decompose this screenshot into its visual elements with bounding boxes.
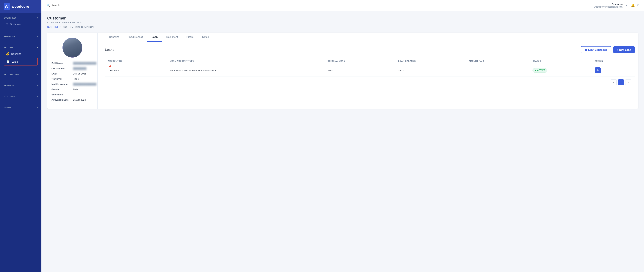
page-1-button[interactable]: 1 bbox=[618, 79, 624, 85]
user-name: Opemipo bbox=[594, 3, 622, 6]
sidebar-section-header-business[interactable]: BUSINESS › bbox=[4, 34, 38, 39]
search-icon: 🔍 bbox=[46, 4, 50, 7]
loans-title: Loans bbox=[105, 48, 114, 52]
main-area: 🔍 Opemipo Opemipo@woodcoreapp.com ▾ 🔔 ⎋ … bbox=[42, 0, 644, 272]
gender-label: Gender: bbox=[52, 88, 73, 91]
info-row-gender: Gender: Male bbox=[52, 88, 93, 91]
cif-label: CIF Number: bbox=[52, 67, 73, 70]
breadcrumb: CUSTOMER / CUSTOMER INFORMATION bbox=[47, 26, 638, 28]
loans-table-body: 000000364 WORKING CAPITAL FINANCE – MONT… bbox=[105, 64, 635, 76]
col-loan-balance: LOAN BALANCE bbox=[395, 58, 466, 64]
tier-label: Tier level: bbox=[52, 78, 73, 80]
tab-notes[interactable]: Notes bbox=[198, 33, 213, 42]
status-dot-icon bbox=[535, 70, 536, 71]
dob-label: DOB: bbox=[52, 72, 73, 75]
user-email: Opemipo@woodcoreapp.com bbox=[594, 6, 622, 8]
tab-document[interactable]: Document bbox=[162, 33, 182, 42]
page-title: Customer bbox=[47, 16, 638, 21]
sidebar: W woodcore OVERVIEW ▾ ⊞ Dashboard BUSINE… bbox=[0, 0, 42, 272]
prev-page-button[interactable]: ‹ bbox=[611, 79, 617, 85]
status-text: ACTIVE bbox=[537, 69, 545, 72]
tier-value: Tier 3 bbox=[73, 78, 93, 80]
business-chevron-icon: › bbox=[37, 35, 38, 38]
topbar: 🔍 Opemipo Opemipo@woodcoreapp.com ▾ 🔔 ⎋ bbox=[42, 0, 644, 11]
avatar-container bbox=[52, 38, 93, 58]
sidebar-section-header-accounting[interactable]: ACCOUNTING › bbox=[4, 72, 38, 77]
logo-text: woodcore bbox=[12, 5, 29, 9]
col-original-loan: ORIGINAL LOAN bbox=[324, 58, 395, 64]
logo-icon: W bbox=[4, 3, 10, 10]
external-id-label: External Id: bbox=[52, 93, 73, 96]
sidebar-item-deposits[interactable]: 💰 Deposits bbox=[4, 50, 38, 57]
cell-action: 👁 bbox=[592, 64, 635, 76]
divider-1 bbox=[4, 30, 38, 30]
col-action: ACTION bbox=[592, 58, 635, 64]
user-menu-chevron-icon[interactable]: ▾ bbox=[626, 4, 627, 7]
activation-value: 25 Apr 2024 bbox=[73, 98, 93, 101]
view-loan-button[interactable]: 👁 bbox=[595, 67, 601, 73]
loans-header: Loans ◼ Loan Calculator + New Loan bbox=[105, 46, 635, 53]
loans-table-wrapper: ACCOUNT NO LOAN ACCOUNT TYPE ORIGINAL LO… bbox=[105, 58, 635, 76]
col-amount-paid: AMOUNT PAID bbox=[466, 58, 530, 64]
logout-icon[interactable]: ⎋ bbox=[637, 4, 639, 7]
tab-deposits[interactable]: Deposits bbox=[105, 33, 123, 42]
sidebar-section-header-reports[interactable]: REPORTS › bbox=[4, 83, 38, 88]
next-page-button[interactable]: › bbox=[625, 79, 631, 85]
cell-loan-balance: 3,675 bbox=[395, 64, 466, 76]
loans-table-header-row: ACCOUNT NO LOAN ACCOUNT TYPE ORIGINAL LO… bbox=[105, 58, 635, 64]
divider-5 bbox=[4, 90, 38, 90]
info-row-fullname: Full Name: ██████████████ bbox=[52, 62, 93, 65]
tab-profile[interactable]: Profile bbox=[182, 33, 198, 42]
account-label: ACCOUNT bbox=[4, 47, 15, 49]
info-row-activation: Activation Date: 25 Apr 2024 bbox=[52, 98, 93, 101]
topbar-right: Opemipo Opemipo@woodcoreapp.com ▾ 🔔 ⎋ bbox=[594, 3, 639, 8]
eye-icon: 👁 bbox=[596, 69, 599, 72]
sidebar-section-header-utilities[interactable]: UTILITIES › bbox=[4, 94, 38, 99]
tab-fixed-deposit[interactable]: Fixed Deposit bbox=[123, 33, 147, 42]
sidebar-section-accounting: ACCOUNTING › bbox=[0, 70, 42, 78]
loan-calculator-label: Loan Calculator bbox=[588, 48, 607, 51]
customer-left-panel: Full Name: ██████████████ CIF Number: ██… bbox=[47, 33, 98, 109]
cell-original-loan: 3,000 bbox=[324, 64, 395, 76]
breadcrumb-customer-link[interactable]: CUSTOMER bbox=[47, 26, 60, 28]
deposits-label: Deposits bbox=[11, 53, 21, 55]
loans-section: Loans ◼ Loan Calculator + New Loan bbox=[101, 42, 638, 92]
tab-loan[interactable]: Loan bbox=[147, 33, 162, 42]
accounting-label: ACCOUNTING bbox=[4, 73, 19, 76]
sidebar-section-account: ACCOUNT ▾ 💰 Deposits 📋 Loans bbox=[0, 43, 42, 67]
search-input[interactable] bbox=[52, 4, 88, 7]
dashboard-icon: ⊞ bbox=[6, 22, 8, 26]
topbar-icons: 🔔 ⎋ bbox=[631, 4, 639, 8]
divider-2 bbox=[4, 41, 38, 41]
sidebar-item-loans[interactable]: 📋 Loans bbox=[4, 58, 38, 65]
account-chevron-icon: ▾ bbox=[37, 46, 38, 49]
divider-6 bbox=[4, 101, 38, 101]
overview-label: OVERVIEW bbox=[4, 17, 16, 19]
loan-calculator-button[interactable]: ◼ Loan Calculator bbox=[581, 46, 611, 53]
info-row-dob: DOB: 26 Feb 1986 bbox=[52, 72, 93, 75]
sidebar-section-business: BUSINESS › bbox=[0, 32, 42, 40]
svg-text:W: W bbox=[5, 4, 8, 9]
loans-label: Loans bbox=[12, 60, 18, 63]
page-content: Customer CUSTOMER OVERALL DETAILS CUSTOM… bbox=[42, 11, 644, 272]
col-status: STATUS bbox=[530, 58, 592, 64]
sidebar-section-header-users[interactable]: USERS › bbox=[4, 105, 38, 110]
new-loan-button[interactable]: + New Loan bbox=[614, 46, 635, 53]
info-row-external-id: External Id: bbox=[52, 93, 93, 96]
page-subtitle: CUSTOMER OVERALL DETAILS bbox=[47, 21, 638, 24]
reports-chevron-icon: › bbox=[37, 84, 38, 87]
col-account-no: ACCOUNT NO bbox=[105, 58, 167, 64]
sidebar-section-header-account[interactable]: ACCOUNT ▾ bbox=[4, 45, 38, 50]
notification-icon[interactable]: 🔔 bbox=[631, 4, 635, 8]
gender-value: Male bbox=[73, 88, 93, 91]
avatar-image bbox=[62, 38, 82, 58]
sidebar-section-header-overview[interactable]: OVERVIEW ▾ bbox=[4, 16, 38, 20]
cell-amount-paid bbox=[466, 64, 530, 76]
utilities-label: UTILITIES bbox=[4, 95, 15, 98]
business-label: BUSINESS bbox=[4, 36, 16, 38]
sidebar-section-overview: OVERVIEW ▾ ⊞ Dashboard bbox=[0, 13, 42, 29]
pagination: ‹ 1 › bbox=[105, 76, 635, 88]
sidebar-item-dashboard[interactable]: ⊞ Dashboard bbox=[4, 21, 38, 28]
dashboard-label: Dashboard bbox=[10, 23, 22, 26]
activation-label: Activation Date: bbox=[52, 98, 73, 101]
